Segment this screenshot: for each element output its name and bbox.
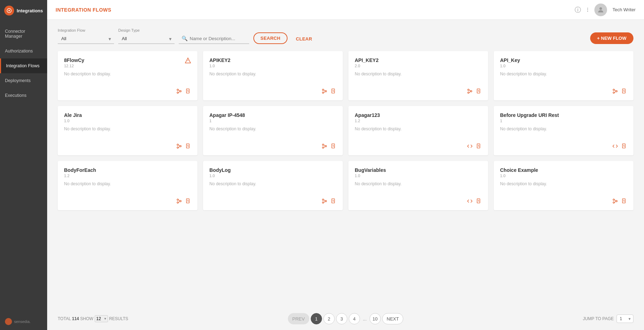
flow-icon-4[interactable] xyxy=(612,88,618,95)
doc-icon-6[interactable] xyxy=(331,143,336,150)
card-12[interactable]: Choice Example 1.0 No description to dis… xyxy=(494,161,633,210)
svg-line-33 xyxy=(614,90,616,91)
flow-icon-7[interactable] xyxy=(467,143,473,150)
flow-icon-10[interactable] xyxy=(322,198,327,205)
card-title-11: BugVariables xyxy=(355,167,386,173)
jump-label: JUMP TO PAGE xyxy=(583,316,614,321)
flow-icon-2[interactable] xyxy=(322,88,327,95)
card-version-12: 1.0 xyxy=(500,174,538,178)
card-title-12: Choice Example xyxy=(500,167,538,173)
card-9[interactable]: BodyForEach 1.2 No description to displa… xyxy=(58,161,197,210)
page-3-button[interactable]: 3 xyxy=(336,313,347,324)
card-actions-3 xyxy=(355,88,482,95)
flow-icon-1[interactable] xyxy=(176,88,182,95)
card-title-group-1: 8FlowCy 12.12 xyxy=(64,57,84,68)
svg-point-8 xyxy=(177,92,178,93)
card-grid: 8FlowCy 12.12 No description to display.… xyxy=(58,51,633,210)
search-box: 🔍 xyxy=(179,33,249,44)
card-title-group-11: BugVariables 1.0 xyxy=(355,167,386,178)
card-2[interactable]: APIKEY2 1.0 No description to display. xyxy=(203,51,343,100)
sidebar-item-deployments[interactable]: Deployments xyxy=(0,73,47,88)
next-button[interactable]: NEXT xyxy=(382,313,404,324)
card-title-group-7: Apagar123 1.2 xyxy=(355,112,380,123)
card-description-6: No description to display. xyxy=(209,126,336,138)
card-description-8: No description to display. xyxy=(500,126,627,138)
svg-point-38 xyxy=(177,144,178,145)
brand-text: sensedia. xyxy=(14,319,31,324)
sidebar-item-executions[interactable]: Executions xyxy=(0,88,47,103)
card-actions-10 xyxy=(209,198,336,205)
flow-icon-9[interactable] xyxy=(176,198,182,205)
svg-point-80 xyxy=(616,200,617,202)
card-11[interactable]: BugVariables 1.0 No description to displ… xyxy=(348,161,488,210)
new-flow-button[interactable]: + NEW FLOW xyxy=(590,32,633,44)
page-10-button[interactable]: 10 xyxy=(370,313,381,324)
doc-icon-8[interactable] xyxy=(621,143,627,150)
sidebar-logo[interactable]: Integrations xyxy=(0,0,47,21)
avatar[interactable] xyxy=(594,4,607,16)
doc-icon-4[interactable] xyxy=(621,88,627,95)
card-title-group-3: API_KEY2 2.0 xyxy=(355,57,379,68)
card-actions-1 xyxy=(64,88,191,95)
doc-icon-12[interactable] xyxy=(621,198,627,205)
flow-icon-5[interactable] xyxy=(176,143,182,150)
card-1[interactable]: 8FlowCy 12.12 No description to display. xyxy=(58,51,197,100)
card-version-11: 1.0 xyxy=(355,174,386,178)
card-actions-6 xyxy=(209,143,336,150)
doc-icon-5[interactable] xyxy=(185,143,191,150)
card-version-1: 12.12 xyxy=(64,64,84,68)
card-8[interactable]: Before Upgrade URI Rest 1 No description… xyxy=(494,106,633,155)
total-label: TOTAL xyxy=(58,316,71,321)
help-icon[interactable]: ⓘ xyxy=(575,6,581,14)
sidebar-item-authorizations[interactable]: Authorizations xyxy=(0,44,47,58)
card-actions-8 xyxy=(500,143,627,150)
card-actions-7 xyxy=(355,143,482,150)
svg-point-79 xyxy=(613,199,614,200)
card-7[interactable]: Apagar123 1.2 No description to display. xyxy=(348,106,488,155)
card-6[interactable]: Apagar IP-4548 1 No description to displ… xyxy=(203,106,343,155)
design-type-select[interactable]: All xyxy=(118,34,175,44)
integration-flow-select[interactable]: All xyxy=(58,34,114,44)
filter-bar: Integration Flow All ▼ Design Type All ▼ xyxy=(58,28,633,44)
flow-icon-8[interactable] xyxy=(612,143,618,150)
svg-point-61 xyxy=(180,200,181,202)
card-version-3: 2.0 xyxy=(355,64,379,68)
doc-icon-11[interactable] xyxy=(476,198,482,205)
doc-icon-1[interactable] xyxy=(185,88,191,95)
search-button[interactable]: SEARCH xyxy=(253,32,288,44)
prev-button[interactable]: PREV xyxy=(288,313,309,324)
card-title-group-2: APIKEY2 1.0 xyxy=(209,57,231,68)
doc-icon-3[interactable] xyxy=(476,88,482,95)
flow-icon-6[interactable] xyxy=(322,143,327,150)
svg-line-42 xyxy=(178,147,180,148)
doc-icon-10[interactable] xyxy=(331,198,336,205)
svg-point-31 xyxy=(616,91,617,92)
card-4[interactable]: API_Key 1.0 No description to display. xyxy=(494,51,633,100)
doc-icon-7[interactable] xyxy=(476,143,482,150)
search-input[interactable] xyxy=(190,36,246,41)
flow-icon-3[interactable] xyxy=(467,88,473,95)
sidebar-item-connector-manager[interactable]: Connector Manager xyxy=(0,24,47,44)
card-5[interactable]: Ale Jira 1.0 No description to display. xyxy=(58,106,197,155)
sidebar-item-integration-flows[interactable]: Integration Flows xyxy=(0,58,47,73)
card-title-10: BodyLog xyxy=(209,167,231,173)
show-select[interactable]: 122448 xyxy=(95,315,108,322)
card-title-group-4: API_Key 1.0 xyxy=(500,57,520,68)
page-4-button[interactable]: 4 xyxy=(349,313,360,324)
card-header-5: Ale Jira 1.0 xyxy=(64,112,191,123)
flow-icon-12[interactable] xyxy=(612,198,618,205)
card-10[interactable]: BodyLog 1.0 No description to display. xyxy=(203,161,343,210)
clear-button[interactable]: CLEAR xyxy=(292,34,316,44)
flow-icon-11[interactable] xyxy=(467,198,473,205)
jump-select[interactable]: 12345 678910 xyxy=(617,315,633,323)
pagination-bar: TOTAL 114 SHOW 122448 ▼ RESULTS PREV 1 2… xyxy=(47,307,644,330)
page-2-button[interactable]: 2 xyxy=(323,313,335,324)
svg-line-9 xyxy=(178,90,180,91)
pagination-controls: PREV 1 2 3 4 ... 10 NEXT xyxy=(288,313,404,324)
page-1-button[interactable]: 1 xyxy=(311,313,322,324)
doc-icon-2[interactable] xyxy=(331,88,336,95)
svg-point-22 xyxy=(468,89,469,91)
grid-icon[interactable]: ⁝ xyxy=(587,6,589,14)
doc-icon-9[interactable] xyxy=(185,198,191,205)
card-3[interactable]: API_KEY2 2.0 No description to display. xyxy=(348,51,488,100)
